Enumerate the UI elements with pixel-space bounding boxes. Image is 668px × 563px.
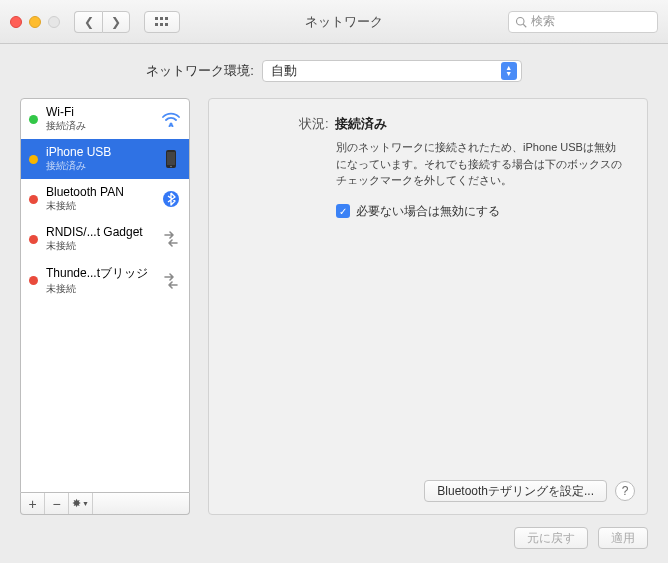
sidebar-item-1[interactable]: iPhone USB 接続済み xyxy=(21,139,189,179)
disable-checkbox-row[interactable]: ✓ 必要ない場合は無効にする xyxy=(221,203,635,220)
sync-icon xyxy=(161,229,181,249)
sidebar-item-2[interactable]: Bluetooth PAN 未接続 xyxy=(21,179,189,219)
svg-rect-2 xyxy=(165,17,168,20)
svg-line-7 xyxy=(523,24,526,27)
svg-rect-1 xyxy=(160,17,163,20)
phone-icon xyxy=(161,149,181,169)
wifi-icon xyxy=(161,109,181,129)
status-row: 状況: 接続済み xyxy=(221,115,635,133)
service-name: Thunde...tブリッジ xyxy=(46,265,153,282)
detail-panel: 状況: 接続済み 別のネットワークに接続されたため、iPhone USBは無効に… xyxy=(208,98,648,515)
titlebar: ❮ ❯ ネットワーク 検索 xyxy=(0,0,668,44)
status-description: 別のネットワークに接続されたため、iPhone USBは無効になっています。それ… xyxy=(221,139,635,189)
window-title: ネットワーク xyxy=(188,13,500,31)
sidebar-item-4[interactable]: Thunde...tブリッジ 未接続 xyxy=(21,259,189,302)
service-status: 未接続 xyxy=(46,239,153,253)
service-name: Wi-Fi xyxy=(46,105,153,119)
forward-button[interactable]: ❯ xyxy=(102,11,130,33)
zoom-icon xyxy=(48,16,60,28)
list-toolbar: + − ✸▼ xyxy=(20,493,190,515)
status-value: 接続済み xyxy=(335,115,387,133)
remove-service-button[interactable]: − xyxy=(45,493,69,514)
location-select[interactable]: 自動 ▲▼ xyxy=(262,60,522,82)
search-icon xyxy=(515,16,527,28)
svg-point-8 xyxy=(170,123,173,126)
service-name: iPhone USB xyxy=(46,145,153,159)
search-placeholder: 検索 xyxy=(531,13,555,30)
sidebar: Wi-Fi 接続済み iPhone USB 接続済み Bluetooth PAN… xyxy=(20,98,190,515)
footer: 元に戻す 適用 xyxy=(20,527,648,549)
show-all-button[interactable] xyxy=(144,11,180,33)
minimize-icon[interactable] xyxy=(29,16,41,28)
status-dot-icon xyxy=(29,276,38,285)
traffic-lights xyxy=(10,16,60,28)
bluetooth-icon xyxy=(161,189,181,209)
location-value: 自動 xyxy=(271,62,297,80)
configure-tethering-button[interactable]: Bluetoothテザリングを設定... xyxy=(424,480,607,502)
back-button[interactable]: ❮ xyxy=(74,11,102,33)
svg-rect-0 xyxy=(155,17,158,20)
svg-point-11 xyxy=(170,166,172,168)
status-dot-icon xyxy=(29,195,38,204)
service-status: 未接続 xyxy=(46,199,153,213)
svg-rect-3 xyxy=(155,23,158,26)
location-label: ネットワーク環境: xyxy=(146,62,254,80)
service-name: Bluetooth PAN xyxy=(46,185,153,199)
nav-back-forward: ❮ ❯ xyxy=(74,11,130,33)
location-row: ネットワーク環境: 自動 ▲▼ xyxy=(20,60,648,82)
sync-icon xyxy=(161,271,181,291)
revert-button[interactable]: 元に戻す xyxy=(514,527,588,549)
apply-button[interactable]: 適用 xyxy=(598,527,648,549)
select-arrows-icon: ▲▼ xyxy=(501,62,517,80)
svg-rect-4 xyxy=(160,23,163,26)
service-list[interactable]: Wi-Fi 接続済み iPhone USB 接続済み Bluetooth PAN… xyxy=(20,98,190,493)
service-status: 未接続 xyxy=(46,282,153,296)
service-name: RNDIS/...t Gadget xyxy=(46,225,153,239)
status-label: 状況: xyxy=(299,115,329,133)
service-status: 接続済み xyxy=(46,119,153,133)
checkbox-icon: ✓ xyxy=(336,204,350,218)
checkbox-label: 必要ない場合は無効にする xyxy=(356,203,500,220)
svg-rect-5 xyxy=(165,23,168,26)
gear-menu-button[interactable]: ✸▼ xyxy=(69,493,93,514)
svg-point-6 xyxy=(517,17,525,25)
chevron-down-icon: ▼ xyxy=(82,500,89,507)
status-dot-icon xyxy=(29,235,38,244)
sidebar-item-0[interactable]: Wi-Fi 接続済み xyxy=(21,99,189,139)
add-service-button[interactable]: + xyxy=(21,493,45,514)
status-dot-icon xyxy=(29,115,38,124)
grid-icon xyxy=(154,16,170,28)
svg-rect-10 xyxy=(167,152,175,165)
gear-icon: ✸ xyxy=(72,497,81,510)
help-button[interactable]: ? xyxy=(615,481,635,501)
service-status: 接続済み xyxy=(46,159,153,173)
close-icon[interactable] xyxy=(10,16,22,28)
sidebar-item-3[interactable]: RNDIS/...t Gadget 未接続 xyxy=(21,219,189,259)
search-input[interactable]: 検索 xyxy=(508,11,658,33)
status-dot-icon xyxy=(29,155,38,164)
